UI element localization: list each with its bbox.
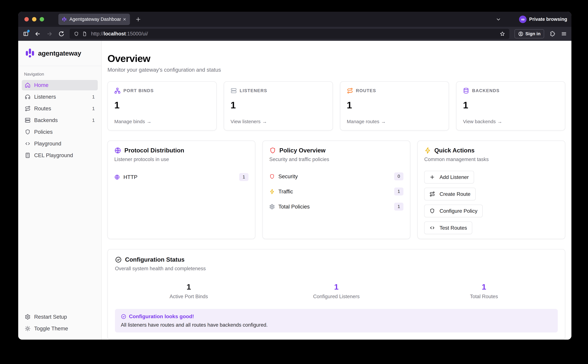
total-policies-count-badge: 1 xyxy=(394,203,403,211)
zap-icon xyxy=(424,147,431,154)
view-backends-link[interactable]: View backends→ xyxy=(463,119,558,124)
traffic-count-badge: 1 xyxy=(394,188,403,195)
protocol-row-http: HTTP 1 xyxy=(114,173,248,181)
database-icon xyxy=(463,88,469,94)
protocol-distribution-card: Protocol Distribution Listener protocols… xyxy=(107,141,255,239)
test-routes-button[interactable]: Test Routes xyxy=(424,221,472,234)
panels-row: Protocol Distribution Listener protocols… xyxy=(107,141,565,239)
create-route-button[interactable]: Create Route xyxy=(424,188,476,200)
account-icon xyxy=(518,31,523,37)
config-ok-banner: Configuration looks good! All listeners … xyxy=(115,309,558,332)
arrow-right-icon: → xyxy=(262,119,267,124)
server-icon xyxy=(231,88,237,94)
page-subtitle: Monitor your gateway's configuration and… xyxy=(107,67,565,73)
quick-actions-card: Quick Actions Common management tasks Ad… xyxy=(417,141,565,239)
sidebar-item-playground[interactable]: Playground xyxy=(22,138,98,149)
sidebar-item-cel-playground[interactable]: CEL Playground xyxy=(22,150,98,161)
browser-titlebar: Agentgateway Dashboard ∞ Private browsin… xyxy=(18,12,571,27)
tab-title: Agentgateway Dashboard xyxy=(69,17,121,22)
notification-dot xyxy=(27,30,30,32)
nav-section-label: Navigation xyxy=(24,72,98,77)
stat-card-listeners: LISTENERS 1 View listeners→ xyxy=(224,81,333,130)
sidebar-item-policies[interactable]: Policies xyxy=(22,127,98,137)
stat-cards-row: PORT BINDS 1 Manage binds→ LISTENERS 1 V… xyxy=(107,81,565,130)
shield-icon xyxy=(269,147,276,154)
zoom-window-button[interactable] xyxy=(40,17,44,21)
policy-row-total: Total Policies 1 xyxy=(269,203,403,211)
sun-icon xyxy=(25,326,31,332)
new-tab-button[interactable] xyxy=(135,16,141,22)
restart-setup-button[interactable]: Restart Setup xyxy=(22,312,98,322)
circle-check-icon xyxy=(121,314,126,319)
url-bar[interactable]: http://localhost:15000/ui/ xyxy=(70,29,509,39)
policy-row-security: Security 0 xyxy=(269,172,403,180)
manage-routes-link[interactable]: Manage routes→ xyxy=(347,119,442,124)
tab-favicon-icon xyxy=(62,17,67,22)
sign-in-button[interactable]: Sign in xyxy=(515,29,544,38)
shield-permissions-icon[interactable] xyxy=(74,31,79,36)
server-icon xyxy=(25,117,31,123)
shield-icon xyxy=(269,174,275,179)
route-icon xyxy=(429,191,435,197)
zap-icon xyxy=(269,189,275,194)
page-info-icon[interactable] xyxy=(82,31,87,36)
configure-policy-button[interactable]: Configure Policy xyxy=(424,205,483,217)
bookmark-star-icon[interactable] xyxy=(500,31,505,37)
sidebar-brand[interactable]: agentgateway xyxy=(18,41,101,66)
reload-button[interactable] xyxy=(58,31,64,37)
stat-card-port-binds: PORT BINDS 1 Manage binds→ xyxy=(107,81,217,130)
sidebar-item-routes[interactable]: Routes 1 xyxy=(22,103,98,114)
backends-count: 1 xyxy=(92,117,95,123)
browser-window: Agentgateway Dashboard ∞ Private browsin… xyxy=(18,12,571,340)
globe-icon xyxy=(114,174,120,180)
menu-hamburger-icon[interactable] xyxy=(561,31,567,37)
listeners-count: 1 xyxy=(92,94,95,100)
configuration-status-card: Configuration Status Overall system heal… xyxy=(107,249,565,340)
back-button[interactable] xyxy=(35,31,41,37)
config-stats: 1 Active Port Binds 1 Configured Listene… xyxy=(115,282,558,299)
routes-value: 1 xyxy=(347,100,442,110)
route-icon xyxy=(347,88,353,94)
shield-icon xyxy=(429,208,435,214)
tab-close-icon[interactable] xyxy=(122,17,127,21)
forward-button[interactable] xyxy=(46,31,53,37)
policy-overview-card: Policy Overview Security and traffic pol… xyxy=(263,141,410,239)
main-content: Overview Monitor your gateway's configur… xyxy=(102,41,571,340)
manage-binds-link[interactable]: Manage binds→ xyxy=(114,119,210,124)
add-listener-button[interactable]: Add Listener xyxy=(424,171,474,183)
gear-icon xyxy=(25,314,31,320)
code-icon xyxy=(25,141,31,147)
total-routes-stat: 1 Total Routes xyxy=(410,282,558,299)
toggle-theme-button[interactable]: Toggle Theme xyxy=(22,323,98,334)
page-title: Overview xyxy=(107,53,565,64)
sidebar-item-listeners[interactable]: Listeners 1 xyxy=(22,92,98,102)
browser-tab[interactable]: Agentgateway Dashboard xyxy=(58,14,130,25)
shield-icon xyxy=(25,129,31,135)
stat-card-backends: BACKENDS 1 View backends→ xyxy=(456,81,565,130)
security-count-badge: 0 xyxy=(394,172,403,180)
sidebar-nav: Navigation Home Listeners 1 Routes 1 xyxy=(18,66,101,312)
listeners-value: 1 xyxy=(231,100,326,110)
network-icon xyxy=(114,88,120,94)
close-window-button[interactable] xyxy=(24,17,29,21)
private-browsing-mask-icon: ∞ xyxy=(519,16,527,23)
home-icon xyxy=(25,82,31,88)
brand-name: agentgateway xyxy=(38,50,81,57)
extensions-puzzle-icon[interactable] xyxy=(550,31,555,37)
headphones-icon xyxy=(25,94,31,100)
code-icon xyxy=(429,225,435,231)
arrow-right-icon: → xyxy=(381,119,386,124)
sidebar-toggle-icon[interactable] xyxy=(23,31,29,37)
policy-row-traffic: Traffic 1 xyxy=(269,188,403,195)
sidebar-footer: Restart Setup Toggle Theme xyxy=(18,312,101,340)
private-browsing-label: Private browsing xyxy=(529,17,567,22)
circle-check-icon xyxy=(115,256,122,263)
sidebar: agentgateway Navigation Home Listeners 1… xyxy=(18,41,102,340)
sidebar-item-backends[interactable]: Backends 1 xyxy=(22,115,98,125)
list-tabs-chevron-icon[interactable] xyxy=(496,17,501,22)
configured-listeners-stat: 1 Configured Listeners xyxy=(263,282,410,299)
minimize-window-button[interactable] xyxy=(32,17,36,21)
view-listeners-link[interactable]: View listeners→ xyxy=(231,119,326,124)
sidebar-item-home[interactable]: Home xyxy=(22,80,98,90)
agentgateway-logo-icon xyxy=(25,48,35,58)
